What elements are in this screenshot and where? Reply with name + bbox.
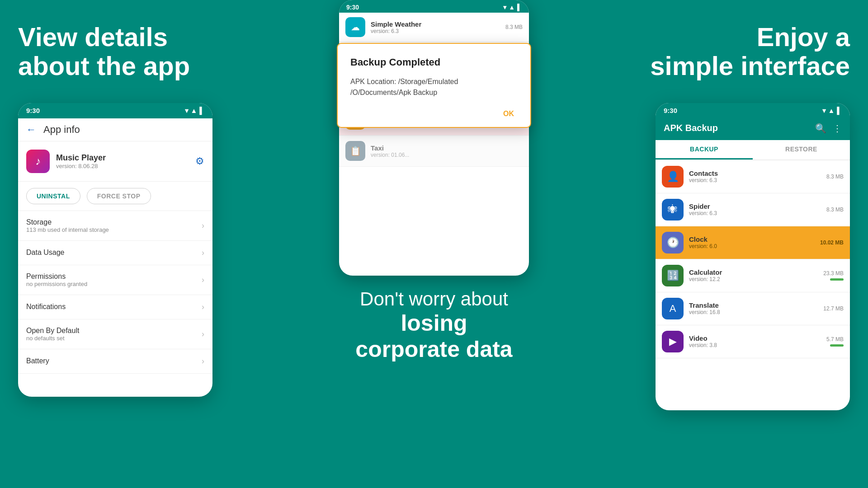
back-icon[interactable]: ← [26, 124, 36, 136]
weather-icon: ☁ [345, 17, 365, 37]
status-icons: ▾ ▲ ▌ [185, 107, 205, 115]
right-panel: Enjoy a simple interface 9:30 ▾▲▌ APK Ba… [615, 0, 868, 488]
app-name: Music Player [56, 153, 106, 163]
status-icons: ▾▲▌ [822, 107, 842, 115]
chevron-icon: › [202, 357, 204, 366]
right-headline: Enjoy a simple interface [650, 23, 850, 80]
list-item[interactable]: ☁ Simple Weather version: 6.3 8.3 MB [339, 13, 529, 42]
right-toolbar-icons: 🔍 ⋮ [815, 123, 842, 134]
list-item-selected[interactable]: 🕐 Clock version: 6.0 10.02 MB [656, 226, 850, 259]
clock-icon: 🕐 [662, 232, 684, 253]
list-item[interactable]: 🔢 Calculator version: 12.2 23.3 MB [656, 259, 850, 292]
left-status-bar: 9:30 ▾ ▲ ▌ [18, 103, 212, 118]
app-info-header: ♪ Music Player version: 8.06.28 ⚙ [18, 141, 212, 182]
chevron-icon: › [202, 302, 204, 312]
list-item[interactable]: ▶ Video version: 3.8 5.7 MB [656, 325, 850, 358]
app-action-buttons: UNINSTAL FORCE STOP [18, 182, 212, 211]
left-headline: View details about the app [18, 23, 190, 80]
backup-completed-dialog: Backup Completed APK Location: /Storage/… [337, 43, 531, 128]
left-toolbar: ← App info [18, 118, 212, 141]
force-stop-button[interactable]: FORCE STOP [87, 188, 151, 204]
left-phone-mock: 9:30 ▾ ▲ ▌ ← App info ♪ Music Player ver… [18, 103, 212, 397]
center-bottom-text: Don't worry about losing corporate data [339, 288, 529, 362]
progress-bar [830, 278, 844, 281]
center-phone-mock: 9:30 ▾▲▌ ☁ Simple Weather version: 6.3 [339, 0, 529, 276]
chevron-icon: › [202, 248, 204, 258]
tab-backup[interactable]: BACKUP [656, 140, 753, 160]
dialog-overlay: Backup Completed APK Location: /Storage/… [337, 43, 531, 128]
dialog-ok-button[interactable]: OK [500, 108, 518, 120]
tab-restore[interactable]: RESTORE [753, 140, 850, 160]
dialog-body: APK Location: /Storage/Emulated /O/Docum… [350, 76, 518, 98]
app-info-rows: Storage 113 mb used of internal storage … [18, 211, 212, 397]
chevron-icon: › [202, 221, 204, 230]
chevron-icon: › [202, 275, 204, 285]
data-usage-row[interactable]: Data Usage › [18, 241, 212, 265]
dialog-actions: OK [350, 108, 518, 120]
list-item[interactable]: A Translate version: 16.8 12.7 MB [656, 292, 850, 325]
list-item[interactable]: 🕷 Spider version: 6.3 8.3 MB [656, 193, 850, 226]
right-tabs: BACKUP RESTORE [656, 140, 850, 160]
list-item[interactable]: 👤 Contacts version: 6.3 8.3 MB [656, 160, 850, 193]
storage-row[interactable]: Storage 113 mb used of internal storage … [18, 211, 212, 241]
right-status-bar: 9:30 ▾▲▌ [656, 103, 850, 118]
right-phone-mock: 9:30 ▾▲▌ APK Backup 🔍 ⋮ BACKUP RESTORE 👤 [656, 103, 850, 410]
music-app-icon: ♪ [26, 150, 50, 173]
list-item[interactable]: 📋 Taxi version: 01.06... [339, 136, 529, 167]
right-app-list: 👤 Contacts version: 6.3 8.3 MB 🕷 Spider … [656, 160, 850, 410]
video-icon: ▶ [662, 331, 684, 352]
left-panel: View details about the app 9:30 ▾ ▲ ▌ ← … [0, 0, 253, 488]
spider-icon: 🕷 [662, 199, 684, 221]
search-icon[interactable]: 🔍 [815, 123, 826, 134]
notifications-row[interactable]: Notifications › [18, 295, 212, 319]
progress-bar [830, 344, 844, 347]
center-phone-wrap: 9:30 ▾▲▌ ☁ Simple Weather version: 6.3 [339, 0, 529, 362]
app-info-text: Music Player version: 8.06.28 [56, 153, 106, 169]
app-version: version: 8.06.28 [56, 163, 106, 169]
dialog-title: Backup Completed [350, 56, 518, 68]
toolbar-title: App info [43, 124, 80, 136]
battery-row[interactable]: Battery › [18, 349, 212, 374]
more-icon[interactable]: ⋮ [833, 123, 842, 134]
open-by-default-row[interactable]: Open By Default no defaults set › [18, 319, 212, 349]
right-toolbar-title: APK Backup [664, 123, 718, 133]
contacts-icon: 👤 [662, 166, 684, 188]
permissions-row[interactable]: Permissions no permissions granted › [18, 265, 212, 295]
uninstall-button[interactable]: UNINSTAL [26, 188, 80, 204]
center-status-bar: 9:30 ▾▲▌ [346, 4, 522, 13]
center-panel: 9:30 ▾▲▌ ☁ Simple Weather version: 6.3 [253, 0, 615, 488]
chevron-icon: › [202, 329, 204, 339]
partial-icon: 📋 [345, 141, 365, 161]
right-toolbar: APK Backup 🔍 ⋮ [656, 118, 850, 140]
translate-icon: A [662, 298, 684, 319]
calculator-icon: 🔢 [662, 265, 684, 286]
gear-icon[interactable]: ⚙ [195, 155, 204, 167]
